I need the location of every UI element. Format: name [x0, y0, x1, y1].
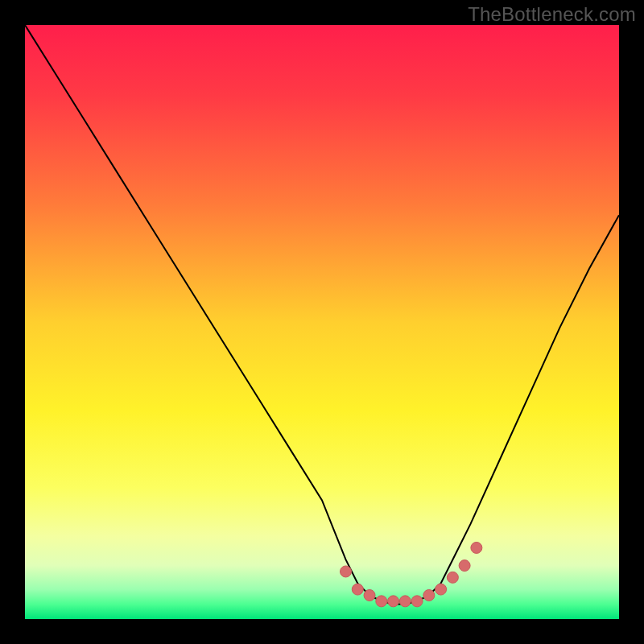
optimal-marker	[364, 589, 375, 601]
optimal-marker	[471, 542, 482, 553]
chart-background-gradient	[25, 25, 619, 619]
optimal-marker	[376, 596, 387, 607]
optimal-marker	[459, 560, 470, 572]
chart-plot-area	[25, 25, 619, 619]
chart-frame: TheBottleneck.com	[0, 0, 644, 644]
optimal-marker	[423, 589, 435, 601]
optimal-marker	[352, 584, 363, 595]
optimal-marker	[436, 584, 447, 595]
watermark-label: TheBottleneck.com	[468, 3, 636, 26]
optimal-marker	[447, 572, 458, 583]
optimal-marker	[388, 596, 399, 607]
optimal-marker	[411, 596, 423, 607]
optimal-marker	[399, 596, 411, 607]
optimal-marker	[341, 566, 352, 577]
chart-svg	[25, 25, 619, 619]
